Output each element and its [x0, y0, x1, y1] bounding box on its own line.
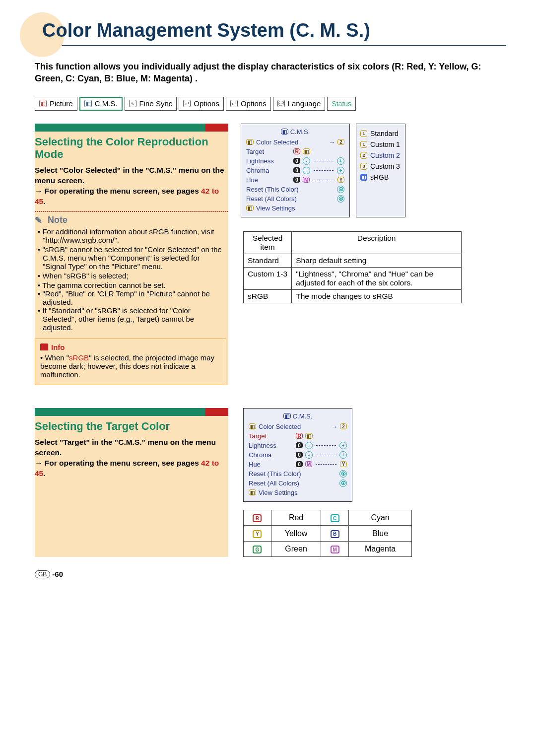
menu-status[interactable]: Status [327, 97, 356, 111]
section-2-title: Selecting the Target Color [35, 420, 228, 437]
b-chip-icon: B [331, 530, 339, 538]
sync-icon: ∿ [129, 100, 136, 107]
note-body: For additional information about sRGB fu… [35, 227, 228, 332]
r-chip-icon: R [253, 514, 262, 522]
select-icon: ◧ [249, 423, 256, 429]
page-footer: GB -60 [35, 570, 506, 578]
g-chip-icon: G [253, 546, 262, 553]
book-icon [40, 344, 48, 350]
enter-icon: ⦿ [337, 195, 344, 203]
srgb-highlight: sRGB [69, 353, 89, 362]
osd-screenshot-1: ◧C.M.S. ◧Color Selected→2 TargetR◧ Light… [241, 124, 350, 217]
sec1-instr1: Select "Color Selected" in the "C.M.S." … [35, 165, 224, 186]
view-icon: ◧ [249, 489, 256, 495]
info-box: Info • When "sRGB" is selected, the proj… [35, 339, 226, 385]
gb-badge: GB [35, 570, 50, 578]
menu-picture[interactable]: ◧Picture [35, 97, 77, 111]
intro-text: This function allows you individually ad… [35, 61, 506, 85]
enter-icon: ⦿ [339, 480, 347, 487]
menu-language[interactable]: 💬Language [273, 97, 326, 111]
pencil-icon: ✎ [35, 215, 45, 225]
options-icon: ⇄ [230, 100, 238, 107]
menu-cms[interactable]: ◧C.M.S. [79, 97, 123, 111]
page-title: Color Management System (C. M. S.) [42, 20, 506, 41]
view-icon: ◧ [246, 205, 254, 211]
menu-finesync[interactable]: ∿Fine Sync [125, 97, 177, 111]
r-chip: R [296, 433, 303, 439]
section-2-left: Selecting the Target Color Select "Targe… [35, 408, 228, 557]
menu-options-2[interactable]: ⇄Options [226, 97, 271, 111]
sec2-instr2: → For operating the menu screen, see pag… [35, 458, 224, 479]
y-chip-icon: Y [253, 530, 262, 538]
picture-icon: ◧ [39, 100, 47, 107]
description-table: Selected itemDescription StandardSharp d… [243, 231, 462, 303]
section-1-left: Selecting the Color Reproduction Mode Se… [35, 124, 228, 385]
color-legend-table: RRed CCyan YYellow BBlue GGreen MMagenta [243, 510, 412, 557]
cms-icon: ◧ [84, 100, 92, 107]
m-chip-icon: M [331, 546, 339, 553]
sec1-instr2: → For operating the menu screen, see pag… [35, 186, 224, 207]
menu-bar: ◧Picture ◧C.M.S. ∿Fine Sync ⇄Options ⇄Op… [35, 97, 506, 111]
r-chip: R [293, 148, 300, 154]
cms-icon: ◧ [281, 129, 288, 135]
section-1-title: Selecting the Color Reproduction Mode [35, 136, 228, 166]
note-heading: ✎ Note [35, 215, 228, 225]
title-rule [35, 45, 506, 46]
select-icon: ◧ [246, 139, 254, 145]
enter-icon: ⦿ [339, 470, 347, 478]
options-icon: ⇄ [183, 100, 191, 107]
cms-icon: ◧ [283, 413, 291, 419]
sec2-instr1: Select "Target" in the "C.M.S." menu on … [35, 437, 224, 458]
c-chip-icon: C [331, 514, 339, 522]
language-icon: 💬 [277, 100, 285, 107]
osd-popup-options: 1Standard 1Custom 1 2Custom 2 3Custom 3 … [356, 124, 405, 217]
menu-options-1[interactable]: ⇄Options [179, 97, 224, 111]
enter-icon: ⦿ [337, 186, 344, 193]
osd-screenshot-2: ◧C.M.S. ◧Color Selected→2 TargetR◧ Light… [243, 408, 352, 502]
